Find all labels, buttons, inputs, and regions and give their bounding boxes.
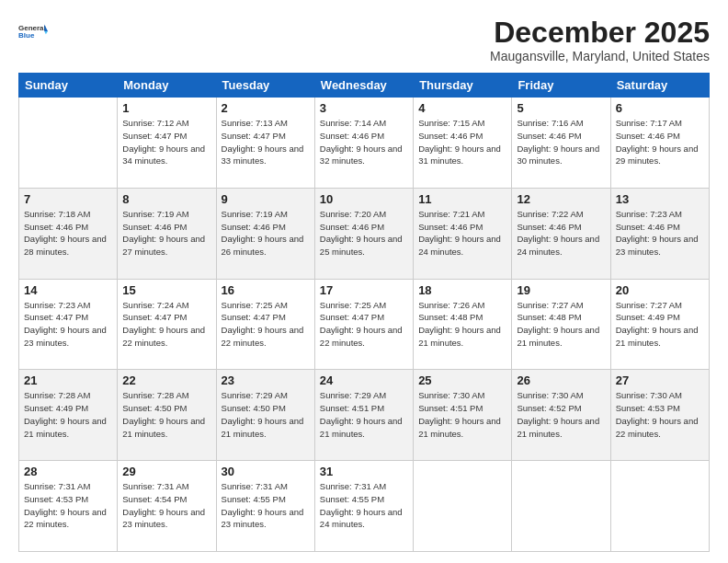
month-title: December 2025 — [490, 17, 710, 49]
col-header-thursday: Thursday — [414, 74, 512, 98]
day-info: Sunrise: 7:31 AMSunset: 4:55 PMDaylight:… — [222, 480, 310, 531]
calendar-cell — [414, 461, 512, 552]
day-info: Sunrise: 7:14 AMSunset: 4:46 PMDaylight:… — [320, 117, 408, 167]
day-info: Sunrise: 7:29 AMSunset: 4:51 PMDaylight:… — [320, 389, 408, 440]
day-number: 23 — [222, 373, 310, 387]
day-info: Sunrise: 7:22 AMSunset: 4:46 PMDaylight:… — [517, 208, 605, 259]
calendar-cell: 11Sunrise: 7:21 AMSunset: 4:46 PMDayligh… — [414, 188, 512, 279]
day-number: 25 — [418, 373, 506, 387]
location: Maugansville, Maryland, United States — [490, 49, 710, 63]
calendar-cell: 5Sunrise: 7:16 AMSunset: 4:46 PMDaylight… — [512, 98, 610, 189]
day-info: Sunrise: 7:20 AMSunset: 4:46 PMDaylight:… — [320, 208, 408, 259]
day-info: Sunrise: 7:26 AMSunset: 4:48 PMDaylight:… — [418, 299, 506, 350]
col-header-saturday: Saturday — [610, 74, 709, 98]
calendar-row-5: 28Sunrise: 7:31 AMSunset: 4:53 PMDayligh… — [19, 461, 710, 552]
header: General Blue December 2025 Maugansville,… — [18, 17, 710, 63]
calendar-cell: 6Sunrise: 7:17 AMSunset: 4:46 PMDaylight… — [610, 98, 709, 189]
day-number: 10 — [320, 192, 408, 206]
col-header-sunday: Sunday — [19, 74, 118, 98]
day-info: Sunrise: 7:24 AMSunset: 4:47 PMDaylight:… — [122, 299, 210, 350]
day-info: Sunrise: 7:23 AMSunset: 4:47 PMDaylight:… — [24, 299, 112, 350]
calendar-row-4: 21Sunrise: 7:28 AMSunset: 4:49 PMDayligh… — [19, 370, 710, 461]
title-block: December 2025 Maugansville, Maryland, Un… — [490, 17, 710, 63]
day-number: 1 — [122, 101, 210, 115]
day-number: 19 — [517, 283, 605, 297]
calendar-header-row: SundayMondayTuesdayWednesdayThursdayFrid… — [19, 74, 710, 98]
day-number: 7 — [24, 192, 112, 206]
page: General Blue December 2025 Maugansville,… — [0, 0, 728, 563]
day-number: 4 — [418, 101, 506, 115]
calendar-cell: 27Sunrise: 7:30 AMSunset: 4:53 PMDayligh… — [610, 370, 709, 461]
day-info: Sunrise: 7:28 AMSunset: 4:49 PMDaylight:… — [24, 389, 112, 440]
day-info: Sunrise: 7:19 AMSunset: 4:46 PMDaylight:… — [222, 208, 310, 259]
day-info: Sunrise: 7:12 AMSunset: 4:47 PMDaylight:… — [122, 117, 210, 167]
day-number: 12 — [517, 192, 605, 206]
col-header-friday: Friday — [512, 74, 610, 98]
calendar-cell: 21Sunrise: 7:28 AMSunset: 4:49 PMDayligh… — [19, 370, 118, 461]
calendar-cell: 19Sunrise: 7:27 AMSunset: 4:48 PMDayligh… — [512, 279, 610, 370]
calendar-cell: 31Sunrise: 7:31 AMSunset: 4:55 PMDayligh… — [314, 461, 413, 552]
calendar-cell: 7Sunrise: 7:18 AMSunset: 4:46 PMDaylight… — [19, 188, 118, 279]
calendar-cell — [512, 461, 610, 552]
svg-text:Blue: Blue — [18, 31, 35, 40]
col-header-monday: Monday — [118, 74, 216, 98]
calendar-cell: 18Sunrise: 7:26 AMSunset: 4:48 PMDayligh… — [414, 279, 512, 370]
calendar-cell: 10Sunrise: 7:20 AMSunset: 4:46 PMDayligh… — [314, 188, 413, 279]
day-info: Sunrise: 7:28 AMSunset: 4:50 PMDaylight:… — [122, 389, 210, 440]
calendar-cell: 12Sunrise: 7:22 AMSunset: 4:46 PMDayligh… — [512, 188, 610, 279]
day-info: Sunrise: 7:23 AMSunset: 4:46 PMDaylight:… — [616, 208, 704, 259]
day-number: 14 — [24, 283, 112, 297]
svg-text:General: General — [18, 24, 46, 32]
day-number: 3 — [320, 101, 408, 115]
calendar-table: SundayMondayTuesdayWednesdayThursdayFrid… — [18, 73, 710, 552]
day-info: Sunrise: 7:30 AMSunset: 4:52 PMDaylight:… — [517, 389, 605, 440]
day-number: 11 — [418, 192, 506, 206]
calendar-cell: 9Sunrise: 7:19 AMSunset: 4:46 PMDaylight… — [216, 188, 314, 279]
calendar-cell: 8Sunrise: 7:19 AMSunset: 4:46 PMDaylight… — [118, 188, 216, 279]
day-info: Sunrise: 7:17 AMSunset: 4:46 PMDaylight:… — [616, 117, 704, 167]
day-info: Sunrise: 7:19 AMSunset: 4:46 PMDaylight:… — [122, 208, 210, 259]
day-number: 6 — [616, 101, 704, 115]
day-info: Sunrise: 7:16 AMSunset: 4:46 PMDaylight:… — [517, 117, 605, 167]
day-number: 13 — [616, 192, 704, 206]
calendar-cell: 17Sunrise: 7:25 AMSunset: 4:47 PMDayligh… — [314, 279, 413, 370]
calendar-cell: 16Sunrise: 7:25 AMSunset: 4:47 PMDayligh… — [216, 279, 314, 370]
day-info: Sunrise: 7:30 AMSunset: 4:53 PMDaylight:… — [616, 389, 704, 440]
day-number: 31 — [320, 465, 408, 478]
day-number: 15 — [122, 283, 210, 297]
calendar-cell: 28Sunrise: 7:31 AMSunset: 4:53 PMDayligh… — [19, 461, 118, 552]
day-number: 30 — [222, 465, 310, 478]
day-number: 8 — [122, 192, 210, 206]
day-info: Sunrise: 7:25 AMSunset: 4:47 PMDaylight:… — [222, 299, 310, 350]
day-info: Sunrise: 7:15 AMSunset: 4:46 PMDaylight:… — [418, 117, 506, 167]
calendar-cell — [19, 98, 118, 189]
day-info: Sunrise: 7:29 AMSunset: 4:50 PMDaylight:… — [222, 389, 310, 440]
day-info: Sunrise: 7:13 AMSunset: 4:47 PMDaylight:… — [222, 117, 310, 167]
day-number: 22 — [122, 373, 210, 387]
calendar-cell: 23Sunrise: 7:29 AMSunset: 4:50 PMDayligh… — [216, 370, 314, 461]
day-info: Sunrise: 7:30 AMSunset: 4:51 PMDaylight:… — [418, 389, 506, 440]
logo: General Blue — [18, 17, 48, 46]
calendar-cell: 22Sunrise: 7:28 AMSunset: 4:50 PMDayligh… — [118, 370, 216, 461]
calendar-cell: 24Sunrise: 7:29 AMSunset: 4:51 PMDayligh… — [314, 370, 413, 461]
calendar-cell: 25Sunrise: 7:30 AMSunset: 4:51 PMDayligh… — [414, 370, 512, 461]
day-info: Sunrise: 7:25 AMSunset: 4:47 PMDaylight:… — [320, 299, 408, 350]
day-info: Sunrise: 7:31 AMSunset: 4:53 PMDaylight:… — [24, 480, 112, 531]
day-number: 20 — [616, 283, 704, 297]
day-info: Sunrise: 7:27 AMSunset: 4:49 PMDaylight:… — [616, 299, 704, 350]
day-number: 16 — [222, 283, 310, 297]
calendar-cell: 4Sunrise: 7:15 AMSunset: 4:46 PMDaylight… — [414, 98, 512, 189]
calendar-cell: 20Sunrise: 7:27 AMSunset: 4:49 PMDayligh… — [610, 279, 709, 370]
logo-svg: General Blue — [18, 17, 48, 46]
calendar-cell: 2Sunrise: 7:13 AMSunset: 4:47 PMDaylight… — [216, 98, 314, 189]
calendar-cell: 30Sunrise: 7:31 AMSunset: 4:55 PMDayligh… — [216, 461, 314, 552]
day-number: 2 — [222, 101, 310, 115]
calendar-cell — [610, 461, 709, 552]
svg-marker-3 — [44, 31, 48, 34]
col-header-tuesday: Tuesday — [216, 74, 314, 98]
day-info: Sunrise: 7:31 AMSunset: 4:55 PMDaylight:… — [320, 480, 408, 531]
day-info: Sunrise: 7:31 AMSunset: 4:54 PMDaylight:… — [122, 480, 210, 531]
calendar-cell: 29Sunrise: 7:31 AMSunset: 4:54 PMDayligh… — [118, 461, 216, 552]
day-info: Sunrise: 7:18 AMSunset: 4:46 PMDaylight:… — [24, 208, 112, 259]
day-info: Sunrise: 7:21 AMSunset: 4:46 PMDaylight:… — [418, 208, 506, 259]
